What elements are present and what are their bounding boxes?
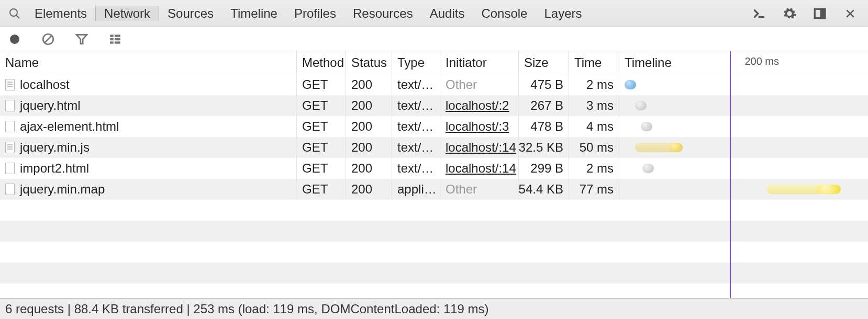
table-row[interactable]: import2.htmlGET200text/…localhost/:14299…: [0, 158, 868, 179]
cell-type: text/…: [392, 95, 440, 116]
table-row[interactable]: jquery.min.jsGET200text/…localhost/:1432…: [0, 137, 868, 158]
svg-rect-14: [115, 38, 120, 40]
col-initiator[interactable]: Initiator: [440, 51, 518, 74]
cell-method: GET: [296, 137, 346, 158]
tab-layers[interactable]: Layers: [536, 6, 590, 21]
close-icon[interactable]: [839, 2, 862, 25]
initiator-text[interactable]: localhost/:14: [446, 140, 516, 155]
file-icon: [5, 142, 15, 153]
cell-timeline: [619, 137, 868, 158]
cell-initiator: localhost/:14: [440, 158, 518, 179]
svg-rect-11: [110, 35, 114, 37]
cell-type: appli…: [392, 179, 440, 200]
svg-line-1: [16, 15, 19, 18]
settings-gear-icon[interactable]: [778, 2, 801, 25]
tab-network[interactable]: Network: [95, 6, 159, 21]
cell-size: 54.4 KB: [518, 179, 569, 200]
file-name: import2.html: [20, 161, 89, 176]
table-row[interactable]: jquery.min.mapGET200appli…Other54.4 KB77…: [0, 179, 868, 200]
timeline-tick-label: 200 ms: [744, 55, 779, 67]
cell-initiator: localhost/:3: [440, 116, 518, 137]
cell-initiator: localhost/:2: [440, 95, 518, 116]
file-icon: [5, 184, 15, 195]
timeline-marker: [730, 51, 731, 298]
cell-type: text/…: [392, 74, 440, 95]
view-toggle-icon[interactable]: [108, 32, 123, 47]
cell-name: ajax-element.html: [0, 116, 296, 137]
cell-size: 267 B: [518, 95, 569, 116]
cell-method: GET: [296, 95, 346, 116]
cell-method: GET: [296, 158, 346, 179]
initiator-text: Other: [446, 77, 477, 92]
initiator-text: Other: [446, 182, 477, 197]
cell-type: text/…: [392, 116, 440, 137]
cell-status: 200: [346, 74, 392, 95]
cell-method: GET: [296, 74, 346, 95]
svg-point-7: [10, 35, 19, 44]
table-row[interactable]: jquery.htmlGET200text/…localhost/:2267 B…: [0, 95, 868, 116]
file-name: jquery.min.js: [20, 140, 90, 155]
initiator-text[interactable]: localhost/:14: [446, 161, 516, 176]
cell-status: 200: [346, 179, 392, 200]
file-name: ajax-element.html: [20, 119, 119, 134]
filter-icon[interactable]: [74, 32, 89, 47]
svg-rect-16: [115, 41, 120, 43]
console-drawer-icon[interactable]: [748, 2, 771, 25]
cell-initiator: localhost/:14: [440, 137, 518, 158]
cell-status: 200: [346, 116, 392, 137]
cell-name: jquery.min.map: [0, 179, 296, 200]
network-table: Name Method Status Type Initiator Size T…: [0, 51, 868, 298]
cell-name: jquery.html: [0, 95, 296, 116]
cell-timeline: [619, 158, 868, 179]
dock-side-icon[interactable]: [808, 2, 831, 25]
search-icon[interactable]: [3, 2, 26, 25]
tab-sources[interactable]: Sources: [159, 6, 222, 21]
cell-timeline: [619, 116, 868, 137]
cell-type: text/…: [392, 137, 440, 158]
clear-icon[interactable]: [41, 32, 55, 47]
initiator-text[interactable]: localhost/:3: [446, 119, 509, 134]
tab-elements[interactable]: Elements: [26, 6, 95, 21]
cell-size: 299 B: [518, 158, 569, 179]
svg-line-9: [45, 36, 52, 42]
file-icon: [5, 121, 15, 132]
cell-status: 200: [346, 95, 392, 116]
col-status[interactable]: Status: [346, 51, 392, 74]
col-type[interactable]: Type: [392, 51, 440, 74]
svg-rect-12: [115, 35, 120, 37]
cell-timeline: [619, 74, 868, 95]
panel-tabs: Elements Network Sources Timeline Profil…: [26, 6, 591, 21]
tab-profiles[interactable]: Profiles: [286, 6, 344, 21]
tab-audits[interactable]: Audits: [421, 6, 473, 21]
cell-size: 475 B: [518, 74, 569, 95]
devtools-toolbar: Elements Network Sources Timeline Profil…: [0, 0, 868, 27]
cell-initiator: Other: [440, 179, 518, 200]
cell-status: 200: [346, 158, 392, 179]
table-row[interactable]: localhostGET200text/…Other475 B2 ms: [0, 74, 868, 95]
cell-status: 200: [346, 137, 392, 158]
col-method[interactable]: Method: [296, 51, 346, 74]
record-icon[interactable]: [7, 32, 22, 47]
cell-size: 32.5 KB: [518, 137, 569, 158]
cell-method: GET: [296, 179, 346, 200]
col-timeline[interactable]: Timeline 200 ms: [619, 51, 868, 74]
svg-rect-13: [110, 38, 114, 40]
tab-resources[interactable]: Resources: [344, 6, 421, 21]
svg-rect-15: [110, 41, 114, 43]
table-row[interactable]: ajax-element.htmlGET200text/…localhost/:…: [0, 116, 868, 137]
initiator-text[interactable]: localhost/:2: [446, 98, 509, 113]
cell-time: 50 ms: [569, 137, 619, 158]
tab-console[interactable]: Console: [473, 6, 536, 21]
svg-rect-4: [821, 9, 825, 18]
tab-timeline[interactable]: Timeline: [222, 6, 286, 21]
cell-timeline: [619, 179, 868, 200]
col-size[interactable]: Size: [518, 51, 569, 74]
cell-type: text/…: [392, 158, 440, 179]
col-name[interactable]: Name: [0, 51, 296, 74]
table-header-row: Name Method Status Type Initiator Size T…: [0, 51, 868, 74]
network-subbar: [0, 27, 868, 51]
cell-timeline: [619, 95, 868, 116]
col-time[interactable]: Time: [569, 51, 619, 74]
cell-time: 4 ms: [569, 116, 619, 137]
cell-time: 77 ms: [569, 179, 619, 200]
